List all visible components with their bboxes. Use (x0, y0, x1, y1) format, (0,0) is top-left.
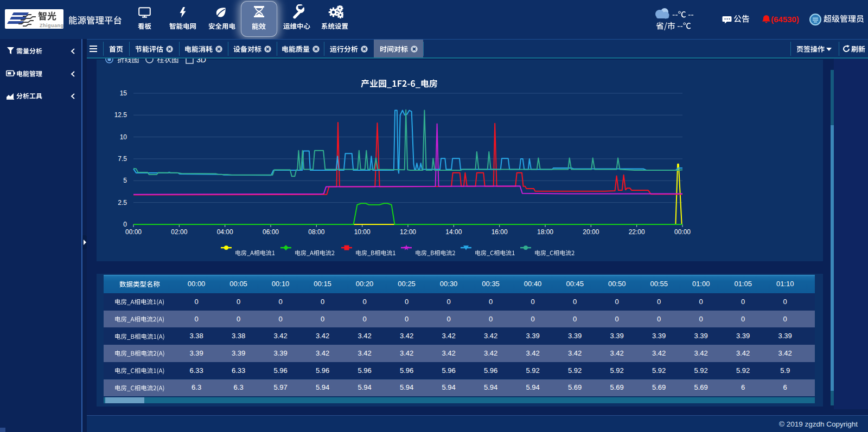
svg-text:08:00: 08:00 (308, 228, 324, 236)
svg-text:15: 15 (120, 89, 127, 97)
svg-text:18:00: 18:00 (537, 228, 553, 236)
svg-text:14:00: 14:00 (445, 228, 462, 236)
svg-text:2.5: 2.5 (118, 199, 127, 207)
svg-text:10: 10 (120, 133, 127, 141)
svg-text:16:00: 16:00 (492, 228, 508, 236)
svg-text:12:00: 12:00 (400, 228, 416, 236)
svg-text:02:00: 02:00 (171, 228, 187, 236)
svg-text:22:00: 22:00 (629, 228, 645, 236)
svg-text:7.5: 7.5 (118, 155, 127, 163)
svg-text:10:00: 10:00 (354, 228, 371, 236)
svg-text:5: 5 (123, 177, 127, 184)
svg-text:00:00: 00:00 (125, 228, 142, 236)
svg-text:0: 0 (123, 221, 127, 228)
svg-text:06:00: 06:00 (263, 228, 279, 236)
svg-text:04:00: 04:00 (217, 228, 233, 236)
svg-text:00:00: 00:00 (674, 228, 691, 236)
svg-text:20:00: 20:00 (583, 228, 599, 236)
svg-text:12.5: 12.5 (114, 111, 127, 119)
